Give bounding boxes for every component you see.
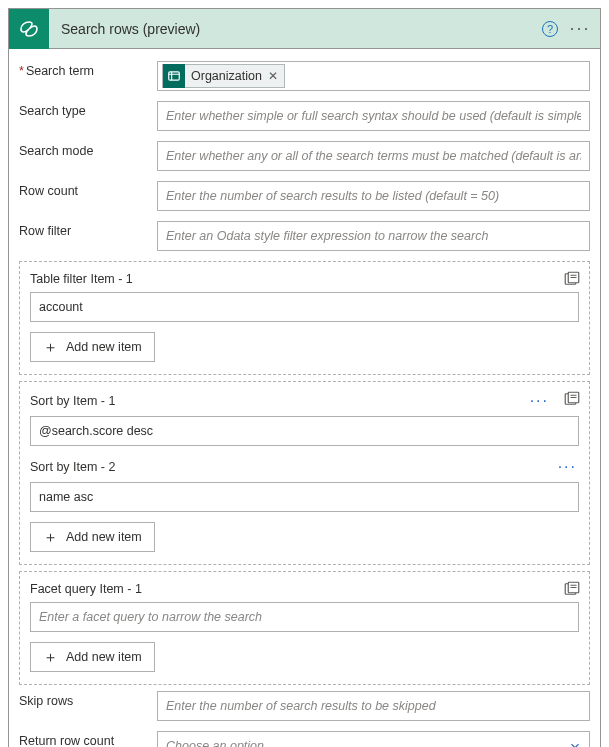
- label-row-count: Row count: [19, 181, 157, 198]
- add-sort-by-item-button[interactable]: ＋ Add new item: [30, 522, 155, 552]
- label-search-mode: Search mode: [19, 141, 157, 158]
- array-mode-icon: [563, 580, 581, 598]
- add-table-filter-item-button[interactable]: ＋ Add new item: [30, 332, 155, 362]
- token-label: Organization: [191, 69, 262, 83]
- row-count-input[interactable]: [157, 181, 590, 211]
- help-icon[interactable]: ?: [542, 21, 558, 37]
- sort-by-item-1-input[interactable]: [30, 416, 579, 446]
- plus-icon: ＋: [43, 648, 58, 667]
- field-row-count: Row count: [19, 181, 590, 211]
- facet-item-1-label: Facet query Item - 1: [30, 582, 579, 596]
- plus-icon: ＋: [43, 338, 58, 357]
- field-search-term: Search term Organization ✕: [19, 61, 590, 91]
- return-row-count-select[interactable]: [157, 731, 590, 747]
- switch-to-text-mode-button[interactable]: [563, 580, 581, 598]
- dataverse-logo-icon: [9, 9, 49, 49]
- field-skip-rows: Skip rows: [19, 691, 590, 721]
- more-icon: ···: [564, 18, 597, 39]
- skip-rows-input[interactable]: [157, 691, 590, 721]
- token-fx-icon: [163, 64, 185, 88]
- add-facet-item-button[interactable]: ＋ Add new item: [30, 642, 155, 672]
- array-mode-icon: [563, 270, 581, 288]
- row-filter-input[interactable]: [157, 221, 590, 251]
- label-row-filter: Row filter: [19, 221, 157, 238]
- label-search-term: Search term: [19, 61, 157, 78]
- facet-item-1-input[interactable]: [30, 602, 579, 632]
- token-organization[interactable]: Organization ✕: [162, 64, 285, 88]
- search-term-input[interactable]: Organization ✕: [157, 61, 590, 91]
- sort-by-item-2-input[interactable]: [30, 482, 579, 512]
- facet-query-group: Facet query Item - 1 ＋ Add new item: [19, 571, 590, 685]
- sort-by-item-1-label: Sort by Item - 1 ···: [30, 392, 579, 410]
- action-card: Search rows (preview) ? ··· Search term …: [8, 8, 601, 747]
- field-row-filter: Row filter: [19, 221, 590, 251]
- label-return-row-count: Return row count: [19, 731, 157, 747]
- table-filter-group: Table filter Item - 1 ＋ Add new item: [19, 261, 590, 375]
- search-type-input[interactable]: [157, 101, 590, 131]
- field-return-row-count: Return row count: [19, 731, 590, 747]
- sort-by-item-2-label: Sort by Item - 2 ···: [30, 458, 579, 476]
- field-search-type: Search type: [19, 101, 590, 131]
- item-menu-button[interactable]: ···: [528, 392, 551, 410]
- token-remove-icon[interactable]: ✕: [268, 69, 278, 83]
- label-skip-rows: Skip rows: [19, 691, 157, 708]
- switch-to-text-mode-button[interactable]: [563, 270, 581, 288]
- svg-rect-0: [169, 72, 180, 80]
- sort-by-group: Sort by Item - 1 ··· Sort by Item - 2 ··…: [19, 381, 590, 565]
- card-header: Search rows (preview) ? ···: [9, 9, 600, 49]
- card-menu-button[interactable]: ···: [564, 9, 596, 49]
- card-body: Search term Organization ✕ Search type S: [9, 49, 600, 747]
- array-mode-icon: [563, 390, 581, 408]
- card-title: Search rows (preview): [49, 21, 542, 37]
- plus-icon: ＋: [43, 528, 58, 547]
- label-search-type: Search type: [19, 101, 157, 118]
- search-mode-input[interactable]: [157, 141, 590, 171]
- switch-to-text-mode-button[interactable]: [563, 390, 581, 408]
- field-search-mode: Search mode: [19, 141, 590, 171]
- table-filter-item-1-label: Table filter Item - 1: [30, 272, 579, 286]
- item-menu-button[interactable]: ···: [556, 458, 579, 476]
- table-filter-item-1-input[interactable]: [30, 292, 579, 322]
